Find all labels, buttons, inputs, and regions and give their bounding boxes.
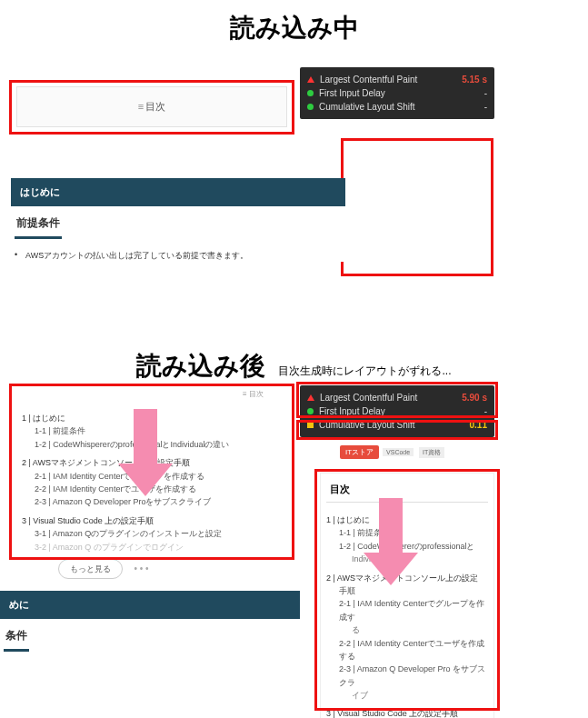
subtitle-loaded: 目次生成時にレイアウトがずれる...: [278, 364, 451, 379]
perf-lcp-value: 5.15 s: [460, 75, 487, 85]
bullet-prereq: AWSアカウントの払い出しは完了している前提で書きます。: [11, 243, 345, 262]
perf-lcp-label: Largest Contentful Paint: [320, 75, 454, 85]
perf-panel-loading: Largest Contentful Paint 5.15 s First In…: [300, 67, 494, 119]
perf-fid-value: -: [460, 88, 487, 98]
highlight-cls-row: [296, 420, 498, 440]
tag-it-cert[interactable]: IT資格: [419, 447, 444, 458]
circle-green-icon: [307, 104, 314, 110]
perf-cls-value: -: [460, 102, 487, 112]
tag-vscode[interactable]: VSCode: [383, 448, 414, 456]
store-button[interactable]: ITストア: [340, 445, 379, 459]
highlight-perf-top: [296, 382, 498, 418]
title-loading: 読み込み中: [0, 0, 588, 62]
circle-green-icon: [307, 90, 314, 96]
highlight-empty-sidebar: [341, 138, 493, 276]
article-intro-section-shifted: めに 条件: [0, 591, 300, 655]
sidebar-tags-row: ITストア VSCode IT資格: [340, 445, 446, 459]
subheading-prereq-partial: 条件: [4, 619, 29, 652]
highlight-toc-button: [9, 80, 294, 135]
arrow-down-icon: [364, 498, 418, 585]
heading-intro-partial: めに: [0, 591, 300, 619]
heading-intro: はじめに: [11, 178, 345, 206]
article-intro-section: はじめに 前提条件 AWSアカウントの払い出しは完了している前提で書きます。: [11, 178, 345, 262]
perf-fid-label: First Input Delay: [319, 88, 454, 98]
subheading-prereq: 前提条件: [15, 206, 62, 239]
arrow-down-icon: [118, 409, 173, 496]
perf-fid-row: First Input Delay -: [307, 86, 487, 100]
toc-more-button[interactable]: もっと見る: [58, 559, 123, 579]
triangle-up-red-icon: [307, 76, 314, 83]
dots-icon: • • •: [135, 563, 149, 573]
perf-lcp-row: Largest Contentful Paint 5.15 s: [307, 73, 487, 86]
title-loaded: 読み込み後: [136, 349, 265, 384]
perf-cls-row: Cumulative Layout Shift -: [307, 100, 487, 114]
perf-cls-label: Cumulative Layout Shift: [319, 102, 454, 112]
